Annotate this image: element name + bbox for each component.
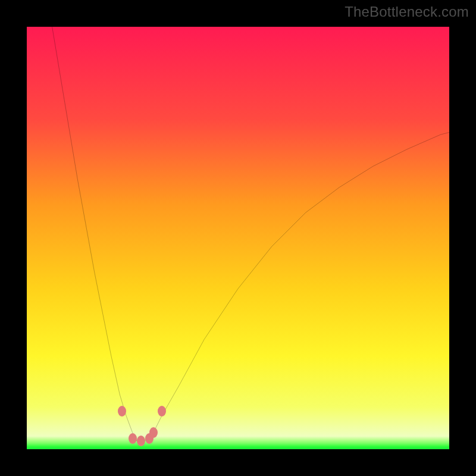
curve-marker — [149, 427, 158, 438]
plot-area — [27, 27, 449, 449]
curve-markers — [27, 27, 449, 449]
curve-marker — [118, 406, 126, 416]
curve-marker — [137, 436, 145, 446]
chart-frame: TheBottleneck.com — [0, 0, 476, 476]
curve-marker — [158, 406, 166, 416]
watermark-text: TheBottleneck.com — [345, 4, 469, 20]
curve-marker — [129, 433, 137, 444]
